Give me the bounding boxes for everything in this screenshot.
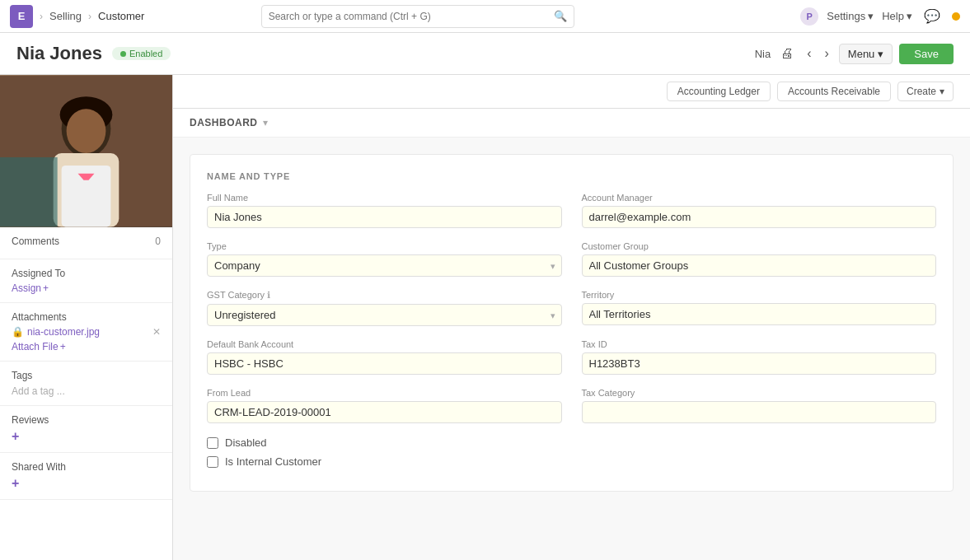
comments-count: 0 bbox=[155, 236, 161, 247]
type-select[interactable]: Company Individual bbox=[207, 254, 562, 277]
action-bar: Accounting Ledger Accounts Receivable Cr… bbox=[173, 75, 970, 109]
from-lead-input[interactable] bbox=[207, 401, 562, 423]
main-content: Accounting Ledger Accounts Receivable Cr… bbox=[173, 75, 970, 560]
assigned-to-section: Assigned To Assign + bbox=[0, 259, 172, 303]
attachments-section: Attachments 🔒 nia-customer.jpg ✕ Attach … bbox=[0, 303, 172, 362]
app-icon[interactable]: E bbox=[10, 5, 33, 28]
create-button[interactable]: Create ▾ bbox=[897, 82, 954, 101]
type-select-wrap: Company Individual ▾ bbox=[207, 254, 562, 277]
full-name-input[interactable] bbox=[207, 206, 562, 228]
shared-add-button[interactable]: + bbox=[12, 476, 19, 490]
gst-info-icon[interactable]: ℹ bbox=[267, 290, 270, 300]
breadcrumb-sep2: › bbox=[88, 11, 91, 22]
dashboard-label: DASHBOARD bbox=[190, 117, 258, 128]
internal-customer-checkbox-label: Is Internal Customer bbox=[225, 455, 321, 468]
form-container: NAME AND TYPE Full Name Account Manager bbox=[190, 154, 954, 492]
status-dot bbox=[120, 51, 126, 57]
assign-plus-icon: + bbox=[43, 282, 49, 294]
nav-right: P Settings▾ Help▾ 💬 bbox=[800, 7, 960, 26]
user-avatar-label: Nia bbox=[755, 48, 771, 60]
top-nav: E › Selling › Customer 🔍 P Settings▾ Hel… bbox=[0, 0, 970, 33]
sidebar: Comments 0 Assigned To Assign + Attachme… bbox=[0, 75, 173, 560]
bank-account-group: Default Bank Account bbox=[207, 339, 562, 375]
gst-category-group: GST Category ℹ Unregistered Registered R… bbox=[207, 290, 562, 326]
menu-button[interactable]: Menu▾ bbox=[839, 44, 893, 64]
reviews-section: Reviews + bbox=[0, 406, 172, 453]
search-input[interactable] bbox=[269, 11, 554, 22]
svg-rect-7 bbox=[0, 157, 58, 227]
header-actions: Nia 🖨 ‹ › Menu▾ Save bbox=[755, 44, 954, 64]
internal-customer-checkbox[interactable] bbox=[207, 456, 218, 468]
breadcrumb-sep1: › bbox=[40, 11, 43, 22]
territory-label: Territory bbox=[582, 290, 937, 300]
accounting-ledger-button[interactable]: Accounting Ledger bbox=[667, 82, 771, 101]
tags-placeholder[interactable]: Add a tag ... bbox=[12, 385, 65, 397]
assigned-to-label: Assigned To bbox=[12, 268, 161, 279]
assign-row: Assign + bbox=[12, 282, 161, 294]
page-header: Nia Jones Enabled Nia 🖨 ‹ › Menu▾ Save bbox=[0, 33, 970, 75]
comments-section: Comments 0 bbox=[0, 227, 172, 259]
comments-icon[interactable]: 💬 bbox=[921, 7, 944, 26]
bank-account-input[interactable] bbox=[207, 352, 562, 375]
disabled-checkbox-label: Disabled bbox=[225, 436, 267, 449]
tax-id-input[interactable] bbox=[582, 352, 937, 375]
gst-select-wrap: Unregistered Registered Regular Register… bbox=[207, 304, 562, 326]
search-bar[interactable]: 🔍 bbox=[261, 5, 574, 28]
svg-point-4 bbox=[67, 109, 106, 153]
attachment-remove-button[interactable]: ✕ bbox=[152, 326, 161, 338]
reviews-add-button[interactable]: + bbox=[12, 429, 19, 443]
full-name-label: Full Name bbox=[207, 193, 562, 203]
disabled-checkbox-row: Disabled bbox=[207, 436, 936, 449]
tax-category-input[interactable] bbox=[582, 401, 937, 423]
disabled-checkbox[interactable] bbox=[207, 437, 218, 449]
tax-category-group: Tax Category bbox=[582, 388, 937, 423]
page-title: Nia Jones bbox=[16, 43, 102, 64]
territory-group: Territory bbox=[582, 290, 937, 326]
bank-account-label: Default Bank Account bbox=[207, 339, 562, 349]
breadcrumb-selling[interactable]: Selling bbox=[49, 10, 82, 22]
prev-button[interactable]: ‹ bbox=[804, 44, 814, 63]
form-area: NAME AND TYPE Full Name Account Manager bbox=[173, 138, 970, 508]
customer-group-group: Customer Group bbox=[582, 241, 937, 277]
help-button[interactable]: Help▾ bbox=[882, 10, 912, 22]
full-name-group: Full Name bbox=[207, 193, 562, 228]
lock-icon: 🔒 bbox=[12, 326, 24, 338]
type-label: Type bbox=[207, 241, 562, 251]
territory-input[interactable] bbox=[582, 303, 937, 325]
dashboard-bar: DASHBOARD ▾ bbox=[173, 109, 970, 138]
from-lead-group: From Lead bbox=[207, 388, 562, 423]
customer-group-input[interactable] bbox=[582, 254, 937, 277]
tags-section: Tags Add a tag ... bbox=[0, 362, 172, 406]
tax-id-label: Tax ID bbox=[582, 339, 937, 349]
notification-dot[interactable] bbox=[952, 12, 960, 21]
type-group: Type Company Individual ▾ bbox=[207, 241, 562, 277]
main-layout: Comments 0 Assigned To Assign + Attachme… bbox=[0, 75, 970, 560]
print-button[interactable]: 🖨 bbox=[777, 44, 797, 63]
attachment-filename[interactable]: nia-customer.jpg bbox=[27, 326, 100, 338]
assign-button[interactable]: Assign + bbox=[12, 282, 49, 294]
dashboard-chevron-icon[interactable]: ▾ bbox=[263, 117, 268, 128]
internal-customer-checkbox-row: Is Internal Customer bbox=[207, 455, 936, 468]
settings-button[interactable]: Settings▾ bbox=[827, 10, 874, 22]
breadcrumb-customer[interactable]: Customer bbox=[98, 10, 144, 22]
attach-file-button[interactable]: Attach File + bbox=[12, 341, 161, 352]
tax-id-group: Tax ID bbox=[582, 339, 937, 375]
profile-badge[interactable]: P bbox=[800, 7, 818, 26]
from-lead-label: From Lead bbox=[207, 388, 562, 398]
account-manager-label: Account Manager bbox=[582, 193, 937, 203]
tax-category-label: Tax Category bbox=[582, 388, 937, 398]
account-manager-input[interactable] bbox=[582, 206, 937, 228]
customer-photo bbox=[0, 75, 172, 227]
gst-category-select[interactable]: Unregistered Registered Regular Register… bbox=[207, 304, 562, 326]
reviews-label: Reviews bbox=[12, 414, 161, 426]
attach-plus-icon: + bbox=[60, 341, 66, 352]
accounts-receivable-button[interactable]: Accounts Receivable bbox=[777, 82, 891, 101]
next-button[interactable]: › bbox=[822, 44, 832, 63]
shared-with-section: Shared With + bbox=[0, 453, 172, 500]
save-button[interactable]: Save bbox=[899, 44, 954, 64]
account-manager-group: Account Manager bbox=[582, 193, 937, 228]
create-chevron-icon: ▾ bbox=[940, 86, 944, 97]
status-badge: Enabled bbox=[112, 47, 171, 60]
tags-label: Tags bbox=[12, 370, 161, 381]
attachments-label: Attachments bbox=[12, 311, 161, 323]
